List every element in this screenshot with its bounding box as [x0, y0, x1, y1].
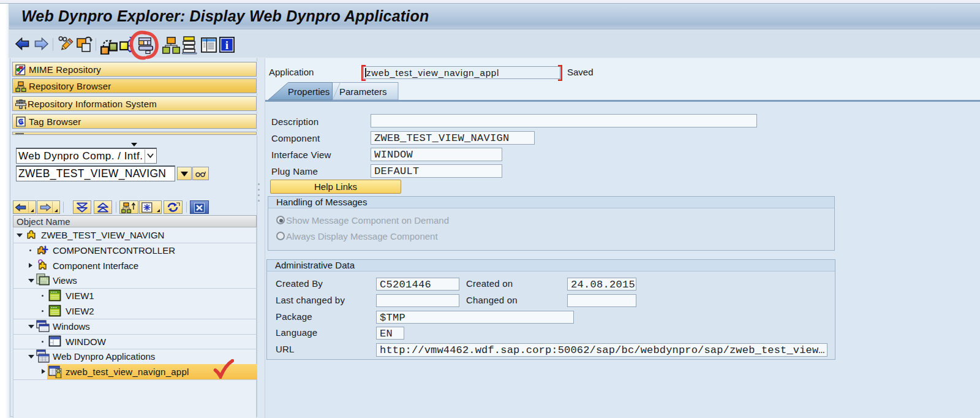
svg-text:i: i	[225, 39, 228, 51]
svg-text:Parameters: Parameters	[339, 86, 387, 97]
svg-text:Properties: Properties	[288, 86, 330, 97]
